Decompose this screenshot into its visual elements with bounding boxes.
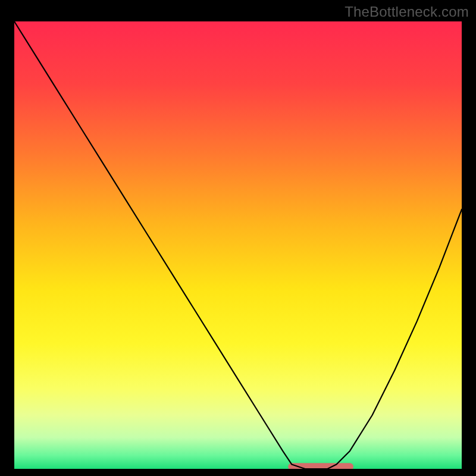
bottleneck-curve bbox=[14, 21, 462, 469]
watermark-label: TheBottleneck.com bbox=[345, 4, 469, 20]
plot-area bbox=[14, 21, 462, 462]
chart-canvas: TheBottleneck.com bbox=[0, 0, 476, 476]
curve-layer bbox=[14, 21, 462, 469]
